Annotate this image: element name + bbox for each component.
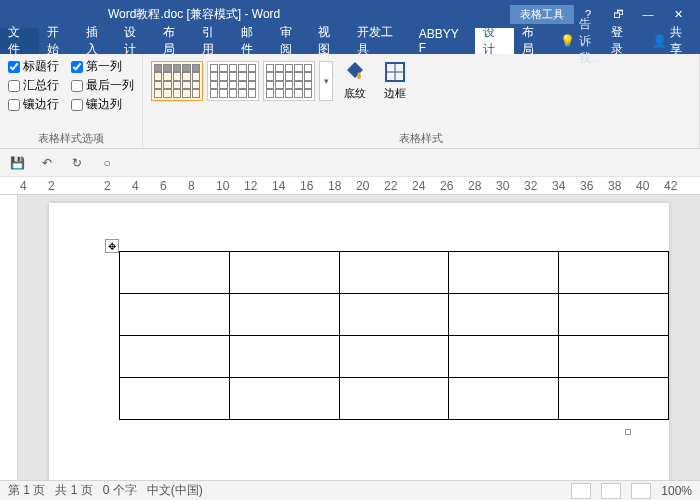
quick-access-toolbar: 💾 ↶ ↻ ○: [0, 149, 700, 177]
vertical-ruler[interactable]: [0, 195, 18, 500]
group-label: 表格样式选项: [8, 129, 134, 146]
page[interactable]: ✥: [49, 203, 669, 483]
chk-total-row[interactable]: 汇总行: [8, 77, 59, 94]
tab-table-design[interactable]: 设计: [475, 28, 514, 54]
chk-first-col[interactable]: 第一列: [71, 58, 122, 75]
tab-table-layout[interactable]: 布局: [514, 28, 553, 54]
redo-icon[interactable]: ↻: [66, 152, 88, 174]
tab-review[interactable]: 审阅: [272, 28, 311, 54]
view-web-layout[interactable]: [631, 483, 651, 499]
tab-design[interactable]: 设计: [116, 28, 155, 54]
tab-abbyy[interactable]: ABBYY F: [411, 28, 475, 54]
share-button[interactable]: 👤共享: [644, 24, 700, 58]
ribbon-group-table-styles: ▾ 底纹 边框 表格样式: [143, 54, 700, 148]
menu-bar: 文件 开始 插入 设计 布局 引用 邮件 审阅 视图 开发工具 ABBYY F …: [0, 28, 700, 54]
status-page[interactable]: 第 1 页: [8, 482, 45, 499]
styles-more-button[interactable]: ▾: [319, 61, 333, 101]
shading-button[interactable]: 底纹: [337, 58, 373, 103]
document-title: Word教程.doc [兼容模式] - Word: [8, 6, 360, 23]
table-resize-handle[interactable]: [625, 429, 631, 435]
status-total-pages: 共 1 页: [55, 482, 92, 499]
tab-references[interactable]: 引用: [194, 28, 233, 54]
bulb-icon: 💡: [560, 34, 575, 48]
paint-bucket-icon: [343, 60, 367, 84]
tab-view[interactable]: 视图: [310, 28, 349, 54]
view-print-layout[interactable]: [601, 483, 621, 499]
status-word-count[interactable]: 0 个字: [103, 482, 137, 499]
group-label: 表格样式: [151, 129, 691, 146]
close-icon[interactable]: ✕: [664, 4, 692, 24]
chk-header-row[interactable]: 标题行: [8, 58, 59, 75]
save-icon[interactable]: 💾: [6, 152, 28, 174]
tab-developer[interactable]: 开发工具: [349, 28, 411, 54]
document-area: ✥: [0, 195, 700, 500]
document-table[interactable]: [119, 251, 669, 420]
minimize-icon[interactable]: —: [634, 4, 662, 24]
tab-mailings[interactable]: 邮件: [233, 28, 272, 54]
borders-button[interactable]: 边框: [377, 58, 413, 103]
view-read-mode[interactable]: [571, 483, 591, 499]
chk-banded-cols[interactable]: 镶边列: [71, 96, 122, 113]
undo-icon[interactable]: ↶: [36, 152, 58, 174]
horizontal-ruler[interactable]: 4224681012141618202224262830323436384042: [0, 177, 700, 195]
login-button[interactable]: 登录: [601, 24, 644, 58]
restore-icon[interactable]: 🗗: [604, 4, 632, 24]
share-icon: 👤: [652, 34, 667, 48]
status-language[interactable]: 中文(中国): [147, 482, 203, 499]
table-move-handle[interactable]: ✥: [105, 239, 119, 253]
status-bar: 第 1 页 共 1 页 0 个字 中文(中国) 100%: [0, 480, 700, 500]
ribbon: 标题行 第一列 汇总行 最后一列 镶边行 镶边列 表格样式选项 ▾ 底纹 边框 …: [0, 54, 700, 149]
tab-home[interactable]: 开始: [39, 28, 78, 54]
tab-layout[interactable]: 布局: [155, 28, 194, 54]
qat-more-icon[interactable]: ○: [96, 152, 118, 174]
borders-icon: [383, 60, 407, 84]
table-style-2[interactable]: [207, 61, 259, 101]
ribbon-group-style-options: 标题行 第一列 汇总行 最后一列 镶边行 镶边列 表格样式选项: [0, 54, 143, 148]
chk-banded-rows[interactable]: 镶边行: [8, 96, 59, 113]
zoom-level[interactable]: 100%: [661, 484, 692, 498]
chk-last-col[interactable]: 最后一列: [71, 77, 134, 94]
tab-file[interactable]: 文件: [0, 28, 39, 54]
table-style-1[interactable]: [151, 61, 203, 101]
table-style-3[interactable]: [263, 61, 315, 101]
tab-insert[interactable]: 插入: [78, 28, 117, 54]
